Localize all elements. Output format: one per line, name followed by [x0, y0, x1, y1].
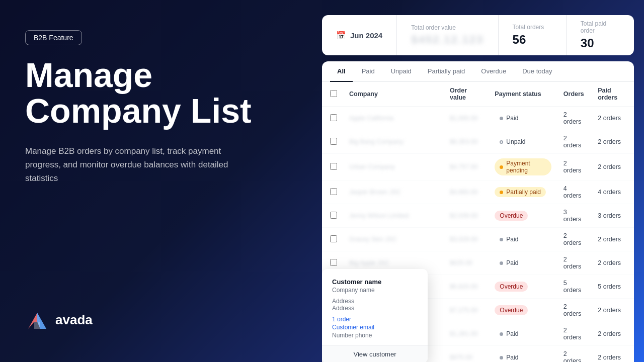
payment-status: Payment pending	[489, 154, 557, 180]
tooltip-address: Address	[332, 305, 418, 312]
paid-orders-count: 2 orders	[592, 107, 634, 130]
tooltip-orders[interactable]: 1 order	[332, 316, 418, 323]
calendar-icon: 📅	[336, 31, 346, 40]
status-badge: Paid	[495, 329, 523, 339]
tab-due-today[interactable]: Due today	[515, 61, 559, 82]
orders-count: 2 orders	[557, 299, 592, 322]
tab-unpaid[interactable]: Unpaid	[384, 61, 419, 82]
total-order-value-stat: Total order value $452.12.123	[397, 15, 498, 55]
row-checkbox[interactable]	[330, 138, 337, 145]
table-row: Urban Company $4,757.00 Payment pending …	[322, 154, 634, 180]
stats-date[interactable]: 📅 Jun 2024	[322, 15, 397, 55]
payment-status: Overdue	[489, 299, 557, 322]
customer-tooltip: Customer name Company name Address Addre…	[322, 269, 428, 362]
paid-orders-count: 2 orders	[592, 346, 634, 363]
table-row: Jenny Wilson Limited $2,039.00 Overdue 3…	[322, 204, 634, 228]
status-badge: Overdue	[495, 305, 528, 315]
row-checkbox[interactable]	[330, 188, 337, 195]
row-checkbox[interactable]	[330, 163, 337, 170]
order-value: $6,353.00	[450, 138, 478, 145]
feature-badge: B2B Feature	[25, 30, 82, 45]
order-value: $7,275.00	[450, 307, 478, 314]
col-paid-orders: Paid orders	[592, 82, 634, 107]
tooltip-address-label: Address	[332, 298, 418, 305]
status-badge: Unpaid	[495, 137, 530, 147]
paid-orders-count: 2 orders	[592, 299, 634, 322]
tab-all[interactable]: All	[330, 61, 353, 82]
paid-orders-count: 2 orders	[592, 228, 634, 251]
company-name: Apple California	[349, 115, 393, 122]
orders-count: 2 orders	[557, 322, 592, 346]
status-badge: Paid	[495, 113, 523, 123]
paid-orders-count: 4 orders	[592, 180, 634, 204]
payment-status: Overdue	[489, 275, 557, 299]
stats-bar: 📅 Jun 2024 Total order value $452.12.123…	[322, 15, 634, 55]
logo: avada	[25, 308, 287, 332]
company-name: Jasper Brown JSC	[349, 189, 401, 196]
paid-orders-count: 2 orders	[592, 322, 634, 346]
company-name: Gracey Skin JSC	[349, 236, 397, 243]
view-customer-button[interactable]: View customer	[322, 345, 428, 362]
company-name: Urban Company	[349, 163, 395, 170]
table-row: Big Bang Company $6,353.00 Unpaid 2 orde…	[322, 130, 634, 154]
order-value: $975.00	[450, 354, 472, 361]
table-row: Jasper Brown JSC $4,660.00 Partially pai…	[322, 180, 634, 204]
orders-count: 3 orders	[557, 204, 592, 228]
avada-logo-icon	[25, 308, 49, 332]
status-badge: Payment pending	[495, 158, 551, 175]
paid-orders-count: 2 orders	[592, 130, 634, 154]
paid-orders-count: 3 orders	[592, 204, 634, 228]
tooltip-company-name: Company name	[332, 287, 418, 294]
order-value: $3,029.00	[450, 236, 478, 243]
company-name: Big Apple JSC	[349, 259, 389, 266]
row-checkbox[interactable]	[330, 114, 337, 121]
paid-orders-count: 2 orders	[592, 154, 634, 180]
tab-paid[interactable]: Paid	[355, 61, 382, 82]
row-checkbox[interactable]	[330, 259, 337, 266]
order-value: $4,757.00	[450, 163, 478, 170]
order-value: $2,039.00	[450, 212, 478, 219]
tooltip-phone: Number phone	[332, 332, 418, 339]
table-row: Gracey Skin JSC $3,029.00 Paid 2 orders …	[322, 228, 634, 251]
table-row: Apple California $1,000.00 Paid 2 orders…	[322, 107, 634, 130]
total-paid-orders-value: 30	[581, 36, 620, 50]
total-orders-stat: Total orders 56	[499, 15, 567, 55]
filter-tabs: All Paid Unpaid Partially paid Overdue D…	[322, 61, 634, 82]
status-badge: Partially paid	[495, 187, 546, 197]
paid-orders-count: 5 orders	[592, 275, 634, 299]
payment-status: Unpaid	[489, 130, 557, 154]
payment-status: Paid	[489, 228, 557, 251]
col-payment-status: Payment status	[489, 82, 557, 107]
payment-status: Partially paid	[489, 180, 557, 204]
row-checkbox[interactable]	[330, 212, 337, 219]
status-badge: Paid	[495, 352, 523, 362]
status-badge: Overdue	[495, 282, 528, 292]
orders-count: 5 orders	[557, 275, 592, 299]
left-panel: B2B Feature Manage Company List Manage B…	[0, 0, 312, 362]
company-name: Jenny Wilson Limited	[349, 212, 409, 219]
tab-partially-paid[interactable]: Partially paid	[421, 61, 472, 82]
total-orders-value: 56	[513, 33, 552, 47]
orders-count: 2 orders	[557, 251, 592, 275]
order-value: $1,000.00	[450, 115, 478, 122]
orders-count: 2 orders	[557, 228, 592, 251]
total-paid-orders-label: Total paid order	[581, 20, 620, 34]
col-company: Company	[343, 82, 444, 107]
orders-count: 2 orders	[557, 154, 592, 180]
payment-status: Paid	[489, 322, 557, 346]
payment-status: Overdue	[489, 204, 557, 228]
tooltip-customer-name-label: Customer name	[332, 278, 418, 286]
select-all-checkbox[interactable]	[330, 90, 337, 97]
tab-overdue[interactable]: Overdue	[474, 61, 513, 82]
orders-count: 2 orders	[557, 346, 592, 363]
order-value: $625.00	[450, 259, 472, 266]
paid-orders-count: 2 orders	[592, 251, 634, 275]
order-value: $6,620.00	[450, 283, 478, 290]
row-checkbox[interactable]	[330, 235, 337, 242]
total-order-value-label: Total order value	[411, 24, 484, 31]
payment-status: Paid	[489, 251, 557, 275]
tooltip-email[interactable]: Customer email	[332, 324, 418, 331]
total-paid-orders-stat: Total paid order 30	[567, 15, 634, 55]
description-text: Manage B2B orders by company list, track…	[25, 144, 247, 186]
order-value: $4,660.00	[450, 189, 478, 196]
